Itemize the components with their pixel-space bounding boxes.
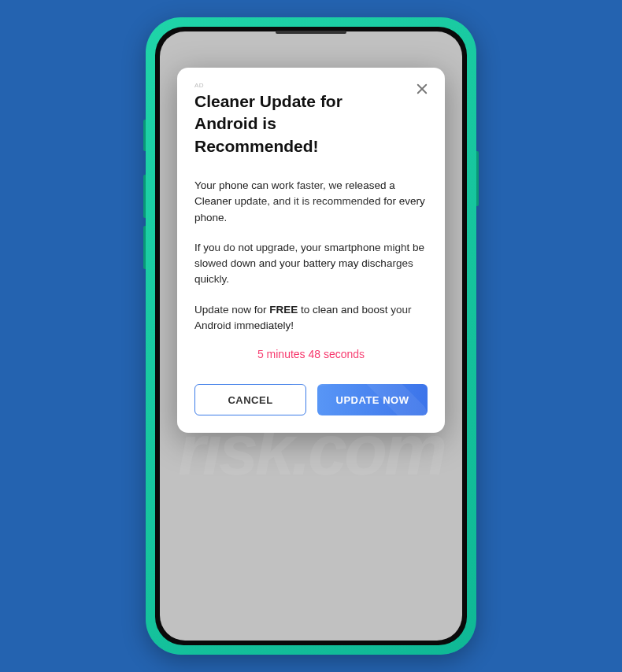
phone-screen: AD Cleaner Update for Android is Recomme…: [160, 31, 462, 641]
phone-volume-up: [143, 175, 146, 218]
phone-power-button: [476, 151, 479, 206]
dialog-body: Your phone can work faster, we released …: [194, 178, 428, 334]
phone-frame: AD Cleaner Update for Android is Recomme…: [146, 17, 476, 655]
text-bold: FREE: [269, 304, 298, 316]
close-button[interactable]: [413, 80, 431, 98]
phone-bezel: AD Cleaner Update for Android is Recomme…: [155, 27, 467, 645]
dialog-paragraph-1: Your phone can work faster, we released …: [194, 178, 428, 226]
countdown-timer: 5 minutes 48 seconds: [194, 348, 428, 360]
phone-side-button: [143, 120, 146, 151]
cancel-button[interactable]: CANCEL: [194, 384, 306, 415]
dialog-paragraph-3: Update now for FREE to clean and boost y…: [194, 302, 428, 334]
phone-speaker: [276, 31, 346, 34]
close-icon: [415, 82, 429, 96]
dialog-title: Cleaner Update for Android is Recommende…: [194, 90, 428, 157]
update-dialog: AD Cleaner Update for Android is Recomme…: [177, 68, 445, 433]
ad-label: AD: [194, 82, 428, 89]
text-span: Update now for: [194, 304, 269, 316]
dialog-paragraph-2: If you do not upgrade, your smartphone m…: [194, 240, 428, 288]
phone-volume-down: [143, 226, 146, 269]
update-now-button[interactable]: UPDATE NOW: [317, 384, 428, 415]
button-row: CANCEL UPDATE NOW: [194, 384, 428, 415]
